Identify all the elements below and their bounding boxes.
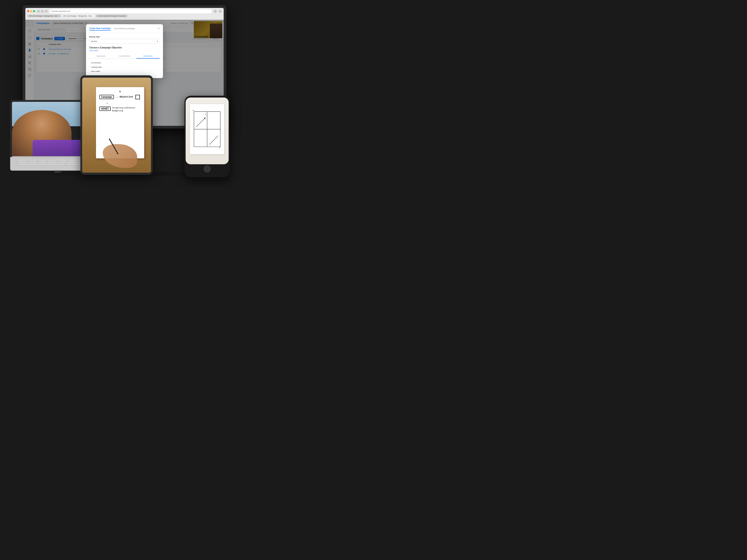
key [48, 161, 57, 163]
modal-close-button[interactable]: ✕ [158, 27, 160, 30]
budgeting-text: Budgeting [112, 109, 135, 113]
tab-button[interactable] [45, 10, 48, 13]
modal-body: Buying Type Auction ▾ Choose a Campaign … [86, 33, 163, 78]
objective-title: Choose a Campaign Objective [89, 46, 160, 49]
svg-text:✕: ✕ [205, 113, 206, 115]
modal-tab-create[interactable]: Create New Campaign [89, 26, 111, 30]
key [28, 161, 37, 163]
adset-labels: Targeting-Audiences Budgeting [112, 107, 135, 113]
down-arrow: ↓ [99, 101, 141, 105]
refresh-button[interactable]: ↻ [214, 10, 217, 13]
key [38, 161, 47, 163]
svg-line-9 [209, 136, 218, 144]
learn-more-link[interactable]: Learn More [89, 50, 160, 52]
create-campaign-modal: Create New Campaign Use Existing Campaig… [86, 24, 163, 78]
forward-button[interactable]: › [41, 10, 44, 13]
svg-line-8 [196, 118, 205, 127]
key [68, 161, 77, 163]
obj-tab-consideration[interactable]: Consideration [113, 54, 136, 59]
buying-type-select[interactable]: Auction ▾ [89, 39, 160, 44]
modal-header: Create New Campaign Use Existing Campaig… [86, 24, 163, 33]
arrow-right: → [115, 95, 118, 99]
phone-body: A B ✕ [184, 96, 230, 177]
tablet-screen: A Campaign → Objective ↓ ADSET Targeting… [82, 78, 151, 172]
objective-options: Conversions Catalog sales Store traffic [89, 59, 160, 75]
tablet-body: A Campaign → Objective ↓ ADSET Targeting… [80, 75, 153, 175]
option-catalog-sales[interactable]: Catalog sales [89, 65, 160, 69]
objective-tabs: Awareness Consideration Conversion [89, 54, 160, 59]
obj-tab-awareness[interactable]: Awareness [89, 54, 113, 59]
traffic-lights [27, 10, 35, 12]
extensions-button[interactable] [219, 10, 222, 13]
key [28, 159, 37, 161]
objective-text: Objective [120, 95, 133, 99]
address-bar[interactable]: business.facebook.com [50, 9, 212, 14]
phone-diagram: A B ✕ [190, 104, 224, 154]
key [38, 159, 47, 161]
key [58, 159, 68, 161]
address-text: business.facebook.com [51, 10, 70, 12]
diagram-row1: Campaign → Objective [99, 95, 141, 99]
key [68, 159, 77, 161]
browser-chrome: ‹ › business.facebook.com ↻ (99+) Ads Ma… [25, 8, 224, 20]
option-store-traffic[interactable]: Store traffic [89, 69, 160, 74]
key-spacebar [18, 163, 65, 165]
key [58, 161, 68, 163]
obj-tab-conversion[interactable]: Conversion [136, 54, 160, 59]
buying-type-label: Buying Type [89, 36, 160, 38]
phone-video-bg: A B ✕ [186, 98, 229, 164]
browser-tab-2[interactable]: (99+) Ads Manager - Manage Ads - Campaig… [61, 15, 95, 18]
diagram-row2: ADSET Targeting-Audiences Budgeting [99, 107, 141, 113]
key [66, 163, 81, 165]
option-conversions[interactable]: Conversions [89, 61, 160, 65]
svg-text:A: A [193, 109, 194, 111]
tablet: A Campaign → Objective ↓ ADSET Targeting… [80, 75, 153, 175]
fullscreen-button[interactable] [33, 10, 35, 12]
minimize-button[interactable] [30, 10, 32, 12]
back-button[interactable]: ‹ [37, 10, 40, 13]
phone-home-button[interactable] [204, 166, 210, 172]
phone: A B ✕ [184, 96, 230, 177]
browser-tab-3[interactable]: (11) Ads Quickstart Program | Facebook [96, 15, 127, 18]
campaign-box: Campaign [99, 95, 114, 99]
key [48, 159, 57, 161]
key [18, 161, 27, 163]
small-box [135, 95, 140, 99]
phone-screen: A B ✕ [186, 98, 229, 164]
modal-tab-existing[interactable]: Use Existing Campaign [114, 27, 135, 30]
scene: ‹ › business.facebook.com ↻ (99+) Ads Ma… [6, 5, 243, 182]
tablet-video-bg: A Campaign → Objective ↓ ADSET Targeting… [82, 78, 151, 172]
diagram-title: A [99, 90, 141, 93]
browser-tabs: (99+) Ads Manager - Manage Ads - Campaig… [27, 15, 222, 18]
svg-text:B: B [219, 146, 220, 149]
key [18, 159, 27, 161]
close-button[interactable] [27, 10, 29, 12]
adset-box: ADSET [99, 107, 111, 111]
browser-tab-1[interactable]: (99+) Ads Manager - Manage Ads - Campaig… [27, 15, 61, 18]
shirt [33, 140, 83, 156]
targeting-text: Targeting-Audiences [112, 107, 135, 110]
phone-diagram-svg: A B ✕ [192, 106, 223, 153]
